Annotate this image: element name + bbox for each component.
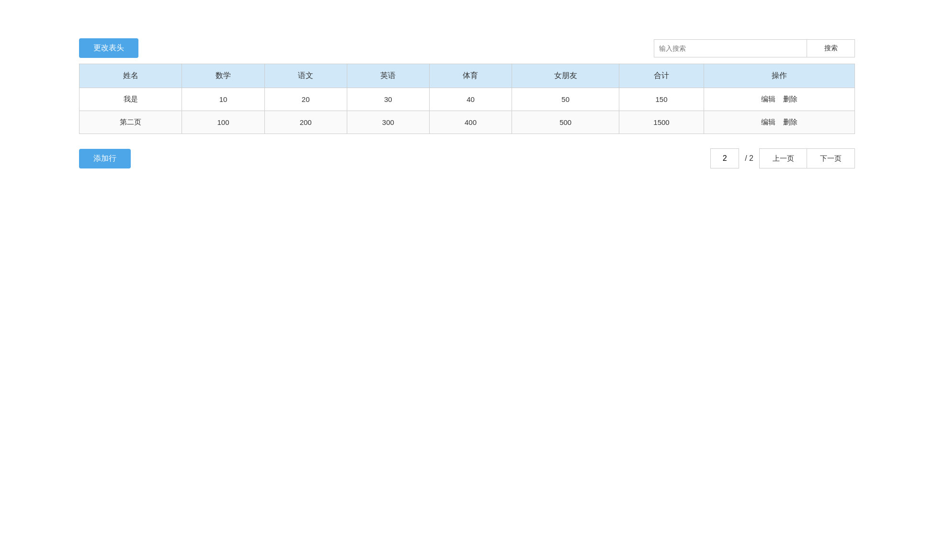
table-cell: 1500 <box>619 111 704 134</box>
table-header-row: 姓名 数学 语文 英语 体育 女朋友 合计 操作 <box>80 64 855 88</box>
data-table: 姓名 数学 语文 英语 体育 女朋友 合计 操作 我是1020304050150… <box>79 64 855 134</box>
next-page-button[interactable]: 下一页 <box>807 148 855 168</box>
search-input[interactable] <box>654 39 807 57</box>
table-action-cell: 编辑删除 <box>704 88 854 111</box>
table-action-cell: 编辑删除 <box>704 111 854 134</box>
table-cell: 40 <box>429 88 512 111</box>
delete-link[interactable]: 删除 <box>783 95 797 104</box>
table-cell: 20 <box>264 88 347 111</box>
change-header-button[interactable]: 更改表头 <box>79 38 138 58</box>
page-number-input[interactable] <box>710 148 739 168</box>
bottom-bar: 添加行 / 2 上一页 下一页 <box>79 148 855 168</box>
add-row-button[interactable]: 添加行 <box>79 149 131 168</box>
table-cell: 200 <box>264 111 347 134</box>
table-cell: 100 <box>182 111 264 134</box>
edit-link[interactable]: 编辑 <box>761 118 775 127</box>
page-container: 更改表头 搜索 姓名 数学 语文 英语 体育 女朋友 合计 操作 我是10203… <box>0 0 934 560</box>
toolbar: 更改表头 搜索 <box>79 38 855 58</box>
table-cell: 400 <box>429 111 512 134</box>
col-header-total: 合计 <box>619 64 704 88</box>
pagination: / 2 上一页 下一页 <box>710 148 855 168</box>
prev-page-button[interactable]: 上一页 <box>759 148 807 168</box>
table-cell: 300 <box>347 111 429 134</box>
col-header-chinese: 语文 <box>264 64 347 88</box>
table-cell: 30 <box>347 88 429 111</box>
table-cell: 10 <box>182 88 264 111</box>
col-header-pe: 体育 <box>429 64 512 88</box>
table-cell: 我是 <box>80 88 182 111</box>
table-cell: 第二页 <box>80 111 182 134</box>
table-row: 我是1020304050150编辑删除 <box>80 88 855 111</box>
col-header-math: 数学 <box>182 64 264 88</box>
search-button[interactable]: 搜索 <box>807 39 855 57</box>
page-separator: / 2 <box>739 154 759 163</box>
col-header-action: 操作 <box>704 64 854 88</box>
table-cell: 500 <box>512 111 619 134</box>
table-row: 第二页1002003004005001500编辑删除 <box>80 111 855 134</box>
table-cell: 150 <box>619 88 704 111</box>
table-cell: 50 <box>512 88 619 111</box>
search-area: 搜索 <box>654 39 855 57</box>
col-header-english: 英语 <box>347 64 429 88</box>
edit-link[interactable]: 编辑 <box>761 95 775 104</box>
delete-link[interactable]: 删除 <box>783 118 797 127</box>
col-header-girlfriend: 女朋友 <box>512 64 619 88</box>
col-header-name: 姓名 <box>80 64 182 88</box>
